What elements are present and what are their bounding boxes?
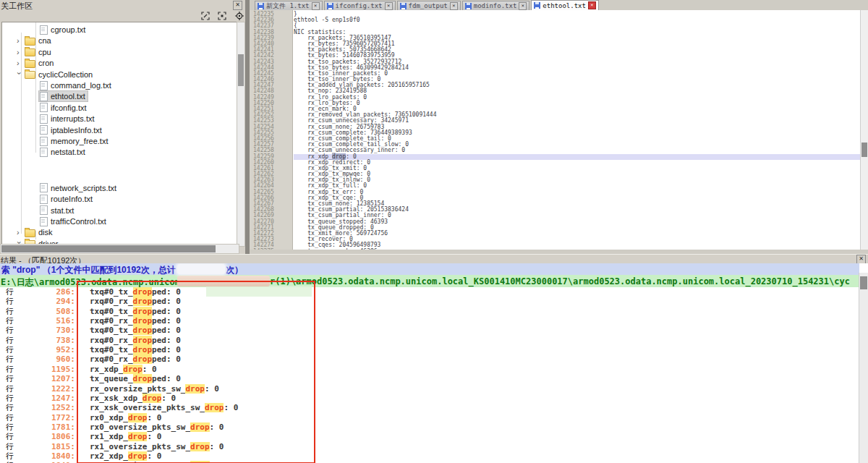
tree-item-stat-txt[interactable]: stat.txt bbox=[39, 205, 76, 216]
tree-item-cron[interactable]: ›cron bbox=[16, 58, 56, 68]
result-line-number: 1815: bbox=[27, 442, 75, 451]
close-panel-icon[interactable]: ✕ bbox=[233, 1, 242, 10]
code-line: tx_added_vlan_packets: 205165957165 bbox=[294, 82, 861, 88]
row-line-word: 行 bbox=[6, 384, 14, 394]
row-line-word: 行 bbox=[6, 451, 14, 461]
tree-item-cycliccollection[interactable]: ›cyclicCollection bbox=[16, 69, 95, 80]
tree-vertical-scrollbar[interactable] bbox=[237, 22, 245, 247]
row-line-word: 行 bbox=[6, 365, 14, 374]
row-line-word: 行 bbox=[6, 345, 14, 354]
search-summary-row[interactable]: 索 "drop" （1个文件中匹配到10192次，总计 次） bbox=[0, 263, 859, 275]
row-line-word: 行 bbox=[6, 413, 14, 422]
tree-item-disk[interactable]: ›disk bbox=[16, 227, 55, 237]
current-code-line: rx_xdp_drop: 0 bbox=[294, 154, 861, 160]
close-tab-icon[interactable]: ✕ bbox=[588, 1, 596, 9]
tab-bar: 新文件 1.txt✕ifconfig.txt✕fdm_output✕modinf… bbox=[250, 0, 868, 11]
scrollbar-thumb[interactable] bbox=[1, 245, 216, 252]
close-tab-icon[interactable]: ✕ bbox=[450, 2, 458, 10]
tree-item-command-log-txt[interactable]: command_log.txt bbox=[39, 80, 114, 90]
tree-item-label: memory_free.txt bbox=[51, 137, 108, 145]
result-line-number: 1247: bbox=[27, 394, 75, 403]
chevron-right-icon[interactable]: › bbox=[17, 229, 22, 236]
tab-label: ethtool.txt bbox=[542, 2, 586, 9]
results-vertical-scrollbar[interactable] bbox=[859, 273, 868, 463]
row-line-word: 行 bbox=[6, 403, 14, 412]
row-line-word: 行 bbox=[6, 307, 14, 316]
search-results-panel: 结果 - （匹配10192次） ✕ 索 "drop" （1个文件中匹配到1019… bbox=[0, 254, 868, 463]
result-line-number: 1806: bbox=[27, 432, 75, 441]
line-number-gutter: 1422351422361422371422381422391422401422… bbox=[250, 10, 293, 250]
redaction-blob bbox=[404, 236, 448, 250]
tree-item-label: stat.txt bbox=[51, 206, 74, 215]
close-tab-icon[interactable]: ✕ bbox=[385, 2, 393, 10]
result-line-number: 516: bbox=[27, 316, 75, 326]
tree-item-label: cna bbox=[38, 36, 51, 45]
scrollbar-thumb[interactable] bbox=[860, 276, 867, 289]
tab-label: 新文件 1.txt bbox=[266, 1, 310, 11]
result-line-number: 1207: bbox=[27, 374, 75, 383]
save-icon bbox=[258, 3, 264, 9]
workspace-tree: cgroup.txt›cna›cpu›cron›cyclicCollection… bbox=[1, 22, 239, 247]
tab-ethtool-txt[interactable]: ethtool.txt✕ bbox=[531, 0, 599, 10]
tree-item-netstat-txt[interactable]: netstat.txt bbox=[39, 147, 88, 157]
tree-item-trafficcontrol-txt[interactable]: trafficControl.txt bbox=[39, 216, 109, 226]
editor-pane: 新文件 1.txt✕ifconfig.txt✕fdm_output✕modinf… bbox=[250, 0, 868, 254]
code-area[interactable]: }ethtool -S enp1s0f0{NIC statistics: rx_… bbox=[294, 10, 861, 250]
workspace-toolbar bbox=[0, 10, 245, 22]
row-line-word: 行 bbox=[6, 422, 14, 432]
file-icon bbox=[40, 148, 48, 157]
file-icon bbox=[40, 195, 48, 204]
tree-item-label: interrupts.txt bbox=[51, 114, 95, 123]
save-icon bbox=[534, 2, 540, 9]
tree-item-memory-free-txt[interactable]: memory_free.txt bbox=[39, 136, 110, 146]
chevron-right-icon[interactable]: › bbox=[17, 59, 22, 67]
tree-item-cpu[interactable]: ›cpu bbox=[16, 47, 54, 57]
chevron-down-icon[interactable]: › bbox=[16, 72, 23, 77]
close-tab-icon[interactable]: ✕ bbox=[519, 2, 527, 10]
tree-item-label: network_scripts.txt bbox=[51, 184, 116, 192]
expand-all-icon[interactable] bbox=[201, 12, 210, 20]
tree-item-cna[interactable]: ›cna bbox=[16, 35, 54, 46]
result-line-number: 1195: bbox=[27, 365, 75, 374]
result-line-number: 286: bbox=[27, 287, 75, 297]
chevron-right-icon[interactable]: › bbox=[17, 37, 22, 44]
result-line-number: 1252: bbox=[27, 403, 75, 412]
folder-icon bbox=[25, 60, 35, 68]
chevron-right-icon[interactable]: › bbox=[17, 48, 22, 56]
tree-item-label: cpu bbox=[38, 48, 51, 56]
tab-fdm-output[interactable]: fdm_output✕ bbox=[397, 1, 461, 10]
file-icon bbox=[40, 81, 48, 90]
code-line: { bbox=[294, 23, 861, 29]
row-line-word: 行 bbox=[6, 336, 14, 345]
tree-item-cgroup-txt[interactable]: cgroup.txt bbox=[39, 25, 88, 35]
tree-item-label: ifconfig.txt bbox=[51, 103, 87, 112]
scrollbar-thumb[interactable] bbox=[238, 54, 244, 86]
editor-body[interactable]: 1422351422361422371422381422391422401422… bbox=[250, 10, 868, 250]
tree-item-ifconfig-txt[interactable]: ifconfig.txt bbox=[39, 103, 89, 113]
close-tab-icon[interactable]: ✕ bbox=[312, 2, 320, 10]
tab-modinfo-txt[interactable]: modinfo.txt✕ bbox=[462, 1, 530, 10]
code-line: } bbox=[294, 12, 861, 17]
code-line: rx_lro_packets: 0 bbox=[294, 95, 861, 101]
file-icon bbox=[40, 114, 48, 124]
tree-horizontal-scrollbar[interactable] bbox=[0, 244, 239, 254]
tree-item-interrupts-txt[interactable]: interrupts.txt bbox=[39, 114, 97, 124]
code-line: tx_xmit_more: 569724756 bbox=[294, 231, 861, 237]
result-line-number: 952: bbox=[27, 345, 75, 354]
save-icon bbox=[465, 3, 472, 9]
tree-item-routeinfo-txt[interactable]: routeInfo.txt bbox=[39, 194, 95, 204]
scrollbar-thumb[interactable] bbox=[861, 143, 867, 157]
collapse-all-icon[interactable] bbox=[218, 12, 226, 20]
tree-item-iptablesinfo-txt[interactable]: iptablesInfo.txt bbox=[39, 125, 104, 135]
tab-ifconfig-txt[interactable]: ifconfig.txt✕ bbox=[324, 1, 396, 10]
tree-item-ethtool-txt[interactable]: ethtool.txt bbox=[39, 91, 88, 101]
row-line-word: 行 bbox=[6, 287, 14, 297]
tree-item-network-scripts-txt[interactable]: network_scripts.txt bbox=[39, 183, 119, 193]
file-icon bbox=[40, 183, 48, 192]
save-icon bbox=[400, 3, 407, 9]
editor-vertical-scrollbar[interactable] bbox=[860, 10, 868, 250]
tab-1-txt[interactable]: 新文件 1.txt✕ bbox=[255, 1, 323, 10]
tree-item-label: cgroup.txt bbox=[51, 25, 85, 34]
locate-target-icon[interactable] bbox=[235, 12, 244, 20]
tree-item-label: disk bbox=[38, 228, 53, 237]
